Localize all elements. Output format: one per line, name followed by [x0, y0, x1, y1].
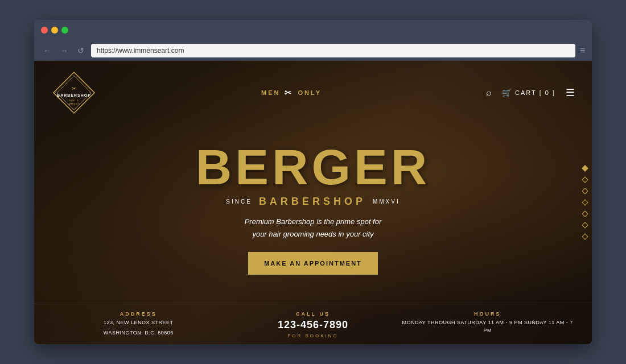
search-icon[interactable]: ⌕	[486, 88, 492, 98]
hours-section: HOURS MONDAY THROUGH SATURDAY 11 AM - 9 …	[400, 311, 575, 338]
browser-titlebar	[34, 20, 592, 40]
back-button[interactable]: ←	[41, 45, 53, 56]
hero-title: BERGER	[196, 142, 431, 192]
only-label: ONLY	[298, 89, 322, 96]
forward-button[interactable]: →	[58, 45, 71, 56]
bottom-bar: ADDRESS 123, NEW LENOX STREET WASHINGTON…	[34, 304, 592, 344]
address-label: ADDRESS	[120, 311, 157, 317]
hero-main: BERGER SINCE BARBERSHOP MMXVI Premium Ba…	[34, 113, 592, 304]
side-dot-4[interactable]	[582, 199, 588, 205]
browser-window: ← → ↺ ≡ ✂ BARBERSHOP	[34, 20, 592, 344]
address-line1: 123, NEW LENOX STREET	[104, 319, 174, 327]
svg-text:MMXVI: MMXVI	[69, 102, 79, 105]
address-section: ADDRESS 123, NEW LENOX STREET WASHINGTON…	[51, 311, 226, 338]
for-booking-label: FOR BOOKING	[287, 333, 338, 338]
website-content: ✂ BARBERSHOP SINCE MMXVI MEN ✂ ONLY	[34, 61, 592, 344]
hero-subtitle-row: SINCE BARBERSHOP MMXVI	[226, 196, 400, 208]
cart-button[interactable]: 🛒 CART [ 0 ]	[502, 88, 555, 97]
men-label: MEN	[261, 89, 280, 96]
side-dot-2[interactable]	[582, 176, 588, 183]
phone-section: CALL US 123-456-7890 FOR BOOKING	[226, 311, 401, 338]
side-dot-5[interactable]	[582, 210, 588, 217]
hours-label: HOURS	[474, 311, 501, 317]
nav-center: MEN ✂ ONLY	[261, 88, 322, 97]
side-dot-1[interactable]	[582, 165, 588, 171]
logo-area: ✂ BARBERSHOP SINCE MMXVI	[51, 70, 97, 115]
refresh-button[interactable]: ↺	[75, 45, 87, 56]
men-only-tagline: MEN ✂ ONLY	[261, 88, 322, 97]
site-nav: ✂ BARBERSHOP SINCE MMXVI MEN ✂ ONLY	[34, 61, 592, 125]
side-navigation-dots	[583, 166, 587, 239]
side-dot-3[interactable]	[582, 188, 588, 194]
address-bar[interactable]	[91, 44, 575, 57]
browser-toolbar: ← → ↺ ≡	[34, 40, 592, 61]
scissors-decoration: ✂	[285, 88, 293, 97]
barbershop-subtitle: BARBERSHOP	[259, 196, 366, 208]
hamburger-menu-icon[interactable]: ☰	[566, 86, 575, 99]
phone-number[interactable]: 123-456-7890	[278, 319, 348, 331]
nav-right: ⌕ 🛒 CART [ 0 ] ☰	[486, 86, 575, 99]
close-dot[interactable]	[41, 27, 48, 34]
appointment-button[interactable]: MAKE AN APPOINTMENT	[248, 252, 378, 275]
maximize-dot[interactable]	[61, 27, 68, 34]
svg-text:✂: ✂	[72, 85, 76, 92]
side-dot-6[interactable]	[582, 222, 588, 228]
cart-label: CART [ 0 ]	[515, 89, 555, 96]
minimize-dot[interactable]	[51, 27, 58, 34]
logo-svg: ✂ BARBERSHOP SINCE MMXVI	[51, 70, 97, 115]
side-dot-7[interactable]	[582, 233, 588, 239]
call-us-label: CALL US	[296, 311, 330, 317]
hero-description: Premium Barbershop is the prime spot for…	[239, 216, 387, 241]
browser-chrome: ← → ↺ ≡	[34, 20, 592, 61]
since-label: SINCE	[226, 198, 252, 205]
mmxvi-label: MMXVI	[373, 198, 400, 205]
svg-marker-0	[53, 72, 94, 113]
cart-icon: 🛒	[502, 88, 513, 97]
browser-menu-icon[interactable]: ≡	[580, 46, 585, 56]
website-container: ✂ BARBERSHOP SINCE MMXVI MEN ✂ ONLY	[34, 61, 592, 344]
hours-value: MONDAY THROUGH SATURDAY 11 AM - 9 PM SUN…	[400, 319, 575, 334]
address-line2: WASHINGTON, D.C. 60606	[104, 329, 174, 337]
svg-text:SINCE: SINCE	[69, 99, 79, 102]
svg-text:BARBERSHOP: BARBERSHOP	[57, 93, 91, 97]
